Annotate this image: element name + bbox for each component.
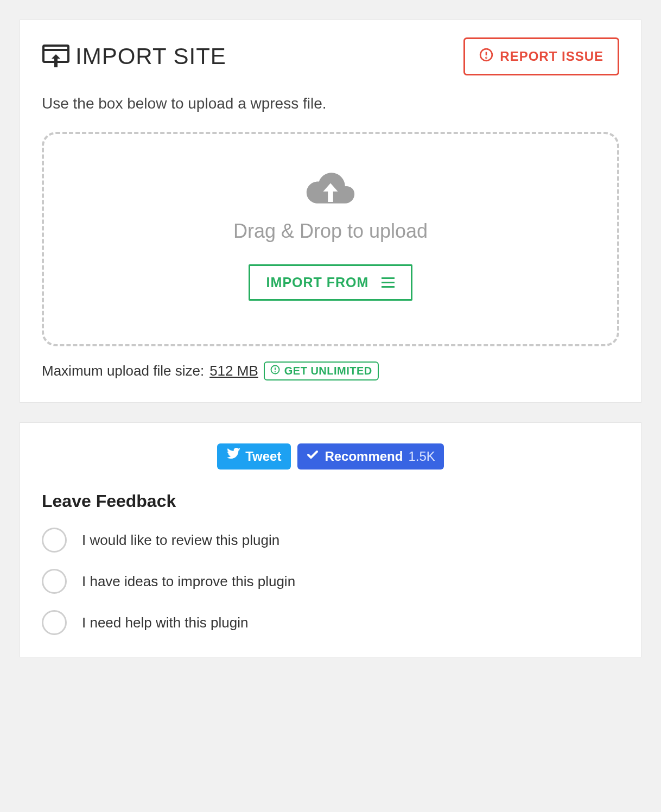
feedback-option-label: I have ideas to improve this plugin	[82, 573, 295, 590]
import-from-label: IMPORT FROM	[266, 275, 369, 290]
cloud-upload-icon	[304, 167, 357, 210]
upload-limit: Maximum upload file size: 512 MB GET UNL…	[42, 361, 619, 380]
recommend-label: Recommend	[325, 449, 403, 464]
get-unlimited-button[interactable]: GET UNLIMITED	[264, 361, 379, 380]
dropzone-text: Drag & Drop to upload	[233, 220, 428, 243]
check-icon	[306, 448, 319, 465]
recommend-count: 1.5K	[408, 449, 435, 464]
radio-icon	[42, 528, 67, 553]
feedback-option-label: I would like to review this plugin	[82, 532, 279, 549]
upload-limit-label: Maximum upload file size:	[42, 363, 204, 379]
feedback-option-review[interactable]: I would like to review this plugin	[42, 528, 619, 553]
report-issue-label: REPORT ISSUE	[500, 49, 603, 64]
recommend-button[interactable]: Recommend 1.5K	[297, 443, 443, 470]
tweet-label: Tweet	[245, 449, 281, 464]
feedback-option-help[interactable]: I need help with this plugin	[42, 610, 619, 635]
report-issue-button[interactable]: REPORT ISSUE	[463, 37, 619, 75]
svg-point-4	[486, 58, 487, 58]
feedback-option-label: I need help with this plugin	[82, 614, 248, 631]
import-panel: IMPORT SITE REPORT ISSUE Use the box bel…	[20, 20, 641, 403]
alert-icon	[479, 48, 493, 65]
svg-point-7	[275, 371, 275, 372]
import-icon	[42, 42, 70, 71]
page-title: IMPORT SITE	[75, 43, 226, 69]
menu-icon	[382, 277, 395, 288]
upload-limit-value: 512 MB	[209, 363, 258, 379]
social-row: Tweet Recommend 1.5K	[42, 443, 619, 470]
radio-icon	[42, 569, 67, 594]
tweet-button[interactable]: Tweet	[217, 443, 291, 470]
title-wrap: IMPORT SITE	[42, 42, 226, 71]
dropzone[interactable]: Drag & Drop to upload IMPORT FROM	[42, 132, 619, 346]
subtitle: Use the box below to upload a wpress fil…	[42, 95, 619, 112]
feedback-panel: Tweet Recommend 1.5K Leave Feedback I wo…	[20, 422, 641, 657]
import-from-button[interactable]: IMPORT FROM	[249, 264, 413, 301]
info-icon	[270, 365, 280, 377]
feedback-title: Leave Feedback	[42, 491, 619, 511]
panel-header: IMPORT SITE REPORT ISSUE	[42, 37, 619, 75]
feedback-option-ideas[interactable]: I have ideas to improve this plugin	[42, 569, 619, 594]
twitter-icon	[227, 448, 241, 465]
get-unlimited-label: GET UNLIMITED	[284, 365, 372, 377]
radio-icon	[42, 610, 67, 635]
